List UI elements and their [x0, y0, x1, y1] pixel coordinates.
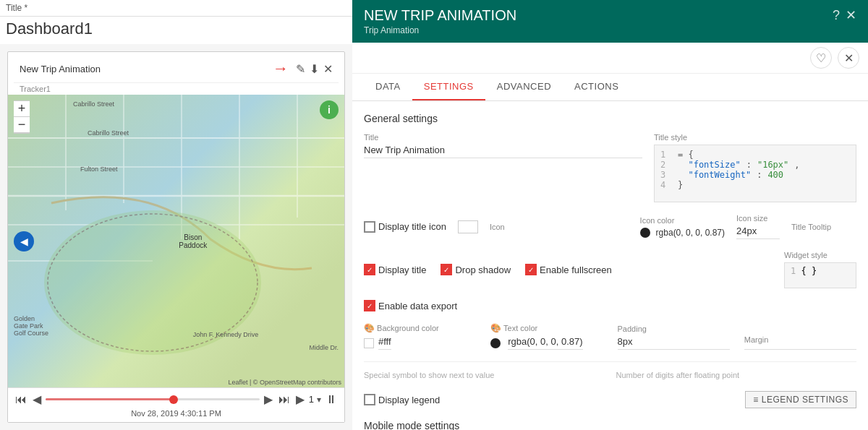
display-legend-label: Display legend [378, 395, 440, 405]
icon-color-group: Icon color rgba(0, 0, 0, 0.87) [640, 216, 725, 238]
zoom-out-button[interactable]: − [14, 117, 30, 133]
title-style-editor[interactable]: 1= { 2 "fontSize": "16px", 3 "fontWeight… [654, 145, 856, 202]
player-track [46, 398, 260, 400]
skip-to-start-button[interactable]: ⏮ [14, 392, 28, 408]
padding-group: Padding 8px [618, 324, 730, 350]
background-color-swatch [364, 338, 374, 348]
display-title-icon-checkbox[interactable] [364, 221, 375, 233]
icon-color-dot [640, 228, 650, 238]
icon-label: Icon [490, 223, 505, 231]
download-icon[interactable]: ⬇ [310, 62, 319, 76]
help-button[interactable]: ? [833, 8, 840, 23]
tab-actions[interactable]: ACTIONS [563, 74, 630, 100]
title-style-label: Title style [654, 133, 856, 142]
margin-label: Margin [744, 335, 856, 344]
player-timestamp: Nov 28, 2019 4:30:11 PM [14, 408, 339, 419]
player-controls: ⏮ ◀ ▶ ⏭ ▶ 1 ▾ ⏸ [14, 391, 339, 408]
close-panel-button[interactable]: ✕ [846, 7, 856, 23]
title-row: Title Title style 1= { 2 "fontSize": "16… [364, 133, 856, 202]
section-general-title: General settings [364, 113, 856, 124]
title-tooltip-label: Title Tooltip [791, 223, 831, 231]
enable-data-export-checkbox-group: ✓ Enable data export [364, 300, 457, 311]
icon-color-label: Icon color [640, 216, 725, 225]
road-label-fulton: Fulton Street [80, 165, 118, 173]
widget-header: New Trip Animation → ✎ ⬇ ✕ [14, 55, 339, 83]
widget-title: New Trip Animation [20, 64, 101, 74]
special-symbol-row: Special symbol to show next to value Num… [364, 368, 856, 382]
divider-1 [364, 361, 856, 362]
tab-settings[interactable]: SETTINGS [412, 74, 485, 100]
enable-fullscreen-label: Enable fullscreen [540, 265, 612, 275]
right-header-actions: ? ✕ [833, 7, 856, 23]
enable-data-export-row: ✓ Enable data export [364, 300, 856, 311]
icon-size-value: 24px [736, 225, 780, 239]
title-style-group: Title style 1= { 2 "fontSize": "16px", 3… [654, 133, 856, 202]
widget-container: New Trip Animation → ✎ ⬇ ✕ Tracker1 [7, 51, 345, 423]
close-widget-button[interactable]: ✕ [838, 47, 859, 69]
icon-color-swatch[interactable] [458, 220, 478, 233]
widget-subtitle: Tracker1 [14, 83, 339, 95]
zoom-in-button[interactable]: + [14, 101, 30, 117]
display-title-icon-checkbox-group: Display title icon [364, 221, 446, 233]
display-legend-checkbox[interactable] [364, 394, 375, 405]
info-icon[interactable]: i [320, 100, 339, 119]
edit-icon[interactable]: ✎ [296, 62, 305, 76]
drop-shadow-checkbox[interactable]: ✓ [441, 264, 452, 275]
right-panel: NEW TRIP ANIMATION Trip Animation ? ✕ ♡ … [352, 0, 868, 430]
enable-data-export-checkbox[interactable]: ✓ [364, 300, 375, 311]
icon-size-label: Icon size [736, 214, 780, 223]
widget-style-label: Widget style [784, 251, 856, 259]
display-title-icon-label: Display title icon [378, 221, 446, 232]
left-panel: Title * Dashboard1 New Trip Animation → … [0, 0, 352, 430]
chevron-down-icon: ▾ [317, 395, 321, 405]
player-bar: ⏮ ◀ ▶ ⏭ ▶ 1 ▾ ⏸ Nov 28, 2019 4:30:11 PM [8, 387, 344, 422]
widget-style-editor[interactable]: 1 { } [784, 262, 856, 288]
display-title-label: Display title [378, 265, 426, 275]
menu-icon: ≡ [753, 395, 759, 405]
drop-shadow-checkbox-group: ✓ Drop shadow [441, 264, 511, 275]
road-label-kennedy: John F. Kennedy Drive [193, 331, 259, 338]
display-legend-row: Display legend ≡ LEGEND SETTINGS [364, 391, 856, 408]
park-label-golf: GoldenGate ParkGolf Course [14, 315, 48, 337]
display-title-icon-row: Display title icon Icon Icon color rgba(… [364, 214, 856, 239]
right-header: NEW TRIP ANIMATION Trip Animation ? ✕ [352, 0, 868, 43]
background-color-row: #fff [364, 336, 476, 350]
text-color-dot [490, 338, 501, 348]
title-input[interactable] [364, 145, 642, 158]
background-color-value: #fff [378, 336, 391, 350]
player-progress [46, 398, 174, 400]
section-mobile-title: Mobile mode settings [364, 420, 856, 430]
title-field-group: Title [364, 133, 642, 158]
code-line-4: 4} [660, 180, 850, 190]
background-color-label: 🎨 Background color [364, 323, 476, 333]
drop-shadow-label: Drop shadow [455, 265, 511, 275]
enable-data-export-label: Enable data export [378, 301, 457, 311]
right-header-subtitle: Trip Animation [364, 25, 516, 35]
close-icon[interactable]: ✕ [323, 62, 333, 76]
background-color-group: 🎨 Background color #fff [364, 323, 476, 350]
skip-to-end-button[interactable]: ⏭ [277, 392, 292, 408]
step-back-button[interactable]: ◀ [31, 391, 43, 408]
widget-header-actions: → ✎ ⬇ ✕ [273, 59, 333, 78]
tab-data[interactable]: DATA [364, 74, 412, 100]
display-title-checkbox[interactable]: ✓ [364, 264, 375, 275]
legend-settings-button[interactable]: ≡ LEGEND SETTINGS [745, 391, 856, 408]
player-slider[interactable] [46, 394, 260, 405]
zoom-controls: + − [14, 100, 30, 134]
icon-color-value: rgba(0, 0, 0, 0.87) [656, 228, 725, 238]
text-color-group: 🎨 Text color rgba(0, 0, 0, 0.87) [490, 323, 603, 350]
navigation-icon: ◀ [14, 231, 34, 251]
widget-style-group: Widget style 1 { } [784, 251, 856, 288]
step-forward-button[interactable]: ▶ [263, 391, 274, 408]
icon-color-row: rgba(0, 0, 0, 0.87) [640, 228, 725, 238]
player-thumb [169, 395, 178, 404]
play-button[interactable]: ▶ [294, 391, 306, 408]
arrow-icon: → [273, 59, 289, 78]
tab-advanced[interactable]: ADVANCED [485, 74, 563, 100]
pause-button[interactable]: ⏸ [324, 392, 339, 408]
enable-fullscreen-checkbox[interactable]: ✓ [525, 264, 537, 275]
display-title-checkbox-group: ✓ Display title [364, 264, 426, 275]
special-symbol-label: Special symbol to show next to value [364, 368, 605, 382]
display-options-row: ✓ Display title ✓ Drop shadow ✓ Enable f… [364, 251, 856, 288]
favorite-button[interactable]: ♡ [810, 47, 832, 69]
